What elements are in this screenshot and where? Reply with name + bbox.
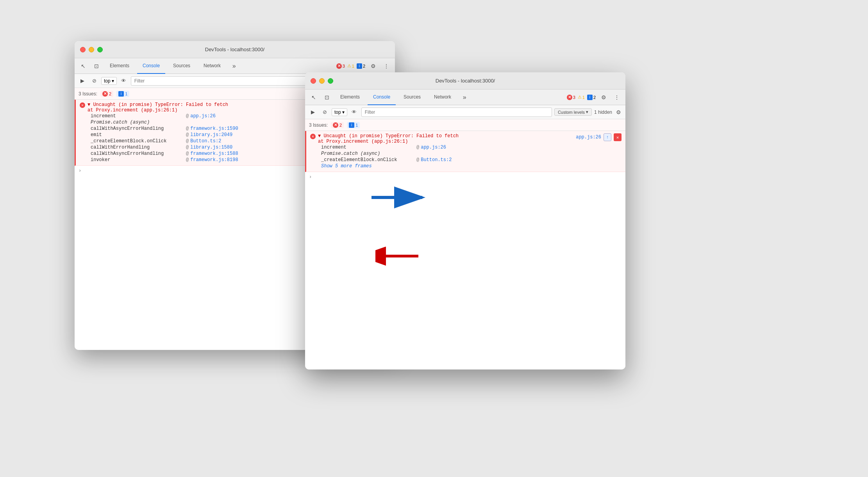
anchor-icon[interactable]: ↑ xyxy=(604,133,611,141)
error-main-back: ▼ Uncaught (in promise) TypeError: Faile… xyxy=(88,102,228,108)
devtools-toolbar-front: ↖ ⊡ Elements Console Sources Network » ✕… xyxy=(305,90,625,105)
play-icon-back[interactable]: ▶ xyxy=(78,76,87,86)
error-sub-front: at Proxy.increment (app.js:26:1) xyxy=(318,139,459,144)
traffic-lights-back xyxy=(80,47,103,52)
console-prompt-front: › xyxy=(305,172,625,182)
tab-console-back[interactable]: Console xyxy=(137,58,165,74)
tab-sources-back[interactable]: Sources xyxy=(168,58,196,74)
console-content-front: ✕ ▼ Uncaught (in promise) TypeError: Fai… xyxy=(305,131,625,369)
settings-icon-back[interactable]: ⚙ xyxy=(368,61,379,72)
tab-network-back[interactable]: Network xyxy=(198,58,226,74)
window-title-back: DevTools - localhost:3000/ xyxy=(205,47,264,52)
chevron-down-icon-back: ▾ xyxy=(112,78,114,84)
stack-link-6[interactable]: framework.js:1588 xyxy=(190,151,238,156)
show-more-line: Show 5 more frames xyxy=(310,163,622,169)
filter-input-front[interactable] xyxy=(361,108,552,117)
devtools-window-front: DevTools - localhost:3000/ ↖ ⊡ Elements … xyxy=(305,72,625,369)
ban-icon-front[interactable]: ⊘ xyxy=(320,108,329,117)
tab-elements-front[interactable]: Elements xyxy=(335,90,365,105)
error-count-icon-back: ✕ xyxy=(336,63,342,69)
error-circle-icon-back: ✕ xyxy=(80,102,85,108)
play-icon-front[interactable]: ▶ xyxy=(308,108,318,117)
error-block-front: ✕ ▼ Uncaught (in promise) TypeError: Fai… xyxy=(305,131,625,172)
chevron-down-icon-front: ▾ xyxy=(342,109,345,115)
issues-bar-front: 3 Issues: ✕ 2 i 1 xyxy=(305,119,625,131)
warning-badge-front: ⚠ 1 xyxy=(578,95,585,100)
info-badge-issues-back: i 1 xyxy=(116,91,129,97)
stack-link-3[interactable]: library.js:2049 xyxy=(190,132,232,138)
cursor-icon-front[interactable]: ↖ xyxy=(308,92,319,103)
title-bar-back: DevTools - localhost:3000/ xyxy=(75,41,395,58)
top-selector-back[interactable]: top ▾ xyxy=(101,77,117,85)
error-badge-front: ✕ 2 xyxy=(331,122,344,128)
top-selector-front[interactable]: top ▾ xyxy=(332,108,347,116)
title-bar-front: DevTools - localhost:3000/ xyxy=(305,72,625,90)
hidden-count: 1 hidden ⚙ xyxy=(594,108,622,116)
eye-icon-back[interactable]: 👁 xyxy=(119,76,129,86)
eye-icon-front[interactable]: 👁 xyxy=(350,108,359,117)
stack-link-4[interactable]: Button.ts:2 xyxy=(190,138,221,144)
close-button-back[interactable] xyxy=(80,47,86,52)
error-link-right[interactable]: app.js:26 xyxy=(576,134,601,140)
tab-console-front[interactable]: Console xyxy=(368,90,396,105)
error-sub-back: at Proxy.increment (app.js:26:1) xyxy=(88,108,228,113)
show-more-frames-link[interactable]: Show 5 more frames xyxy=(321,163,372,169)
traffic-lights-front xyxy=(311,78,333,84)
fullscreen-button-back[interactable] xyxy=(97,47,103,52)
custom-levels-chevron: ▾ xyxy=(586,109,588,115)
warning-badge-back: ⚠ 1 xyxy=(347,63,354,68)
error-header-front: ✕ ▼ Uncaught (in promise) TypeError: Fai… xyxy=(310,133,622,144)
more-options-icon-back[interactable]: ⋮ xyxy=(381,61,392,72)
top-label-front: top xyxy=(334,109,341,115)
info-badge-issues-front: i 1 xyxy=(347,122,360,128)
error-badge-back: ✕ 2 xyxy=(100,91,113,97)
console-toolbar-front: ▶ ⊘ top ▾ 👁 Custom levels ▾ 1 hidden ⚙ xyxy=(305,105,625,119)
error-count-icon-front: ✕ xyxy=(567,95,572,100)
stack-front-1: Promise.catch (async) xyxy=(310,151,622,157)
info-badge-back: i 2 xyxy=(357,63,365,69)
info-badge-front: i 2 xyxy=(587,95,596,100)
issues-label-front: 3 Issues: xyxy=(309,122,328,128)
gear-icon-front[interactable]: ⚙ xyxy=(614,108,622,116)
cursor-icon[interactable]: ↖ xyxy=(78,61,89,72)
fullscreen-button-front[interactable] xyxy=(328,78,333,84)
custom-levels-button[interactable]: Custom levels ▾ xyxy=(554,108,592,116)
tab-elements-back[interactable]: Elements xyxy=(104,58,135,74)
window-title-front: DevTools - localhost:3000/ xyxy=(436,78,495,84)
minimize-button-back[interactable] xyxy=(89,47,94,52)
settings-icon-front[interactable]: ⚙ xyxy=(598,92,609,103)
stack-front-link-0[interactable]: app.js:26 xyxy=(421,145,446,150)
minimize-button-front[interactable] xyxy=(319,78,325,84)
blue-arrow xyxy=(368,182,430,215)
stack-link-5[interactable]: library.js:1580 xyxy=(190,145,232,150)
tab-sources-front[interactable]: Sources xyxy=(398,90,426,105)
more-tabs-icon-front[interactable]: » xyxy=(459,92,470,103)
red-arrow-annotation xyxy=(375,244,422,269)
dismiss-error-icon[interactable]: ✕ xyxy=(614,133,622,141)
layers-icon[interactable]: ⊡ xyxy=(91,61,102,72)
stack-front-link-2[interactable]: Button.ts:2 xyxy=(421,157,452,163)
error-actions-front: app.js:26 ↑ ✕ xyxy=(576,133,622,141)
layers-icon-front[interactable]: ⊡ xyxy=(321,92,332,103)
close-button-front[interactable] xyxy=(311,78,316,84)
more-tabs-icon[interactable]: » xyxy=(229,61,239,72)
more-options-icon-front[interactable]: ⋮ xyxy=(611,92,622,103)
error-count-front: 3 xyxy=(573,95,575,100)
error-main-front: ▼ Uncaught (in promise) TypeError: Faile… xyxy=(318,133,459,139)
error-count-back: 3 xyxy=(343,64,345,68)
issues-label-back: 3 Issues: xyxy=(79,91,97,97)
stack-front-0: increment @ app.js:26 xyxy=(310,144,622,151)
top-label-back: top xyxy=(104,78,111,84)
custom-levels-label: Custom levels xyxy=(558,110,585,115)
devtools-toolbar-back: ↖ ⊡ Elements Console Sources Network » ✕… xyxy=(75,58,395,74)
stack-front-2: _createElementBlock.onClick @ Button.ts:… xyxy=(310,157,622,163)
ban-icon-back[interactable]: ⊘ xyxy=(89,76,99,86)
stack-link-2[interactable]: framework.js:1590 xyxy=(190,126,238,131)
error-circle-icon-front: ✕ xyxy=(310,134,316,139)
stack-link-0[interactable]: app.js:26 xyxy=(190,113,216,119)
tab-network-front[interactable]: Network xyxy=(429,90,457,105)
stack-link-7[interactable]: framework.js:8198 xyxy=(190,157,238,163)
